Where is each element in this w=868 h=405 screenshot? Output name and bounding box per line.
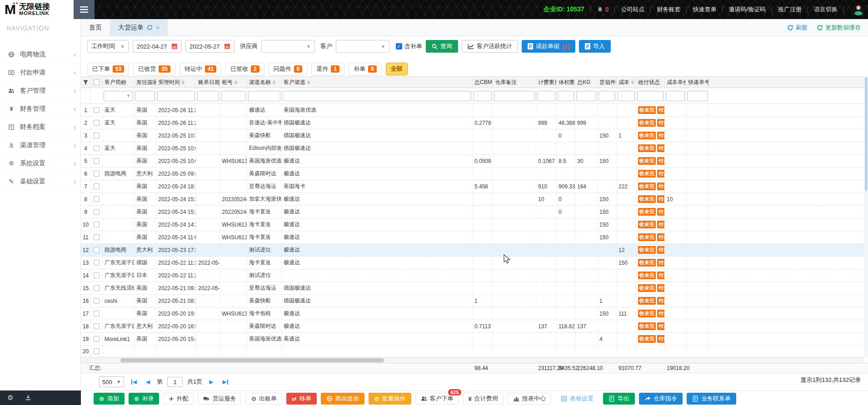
column-header-cbm[interactable]: 总CBM [473,77,493,88]
column-filter-funnel[interactable] [81,77,91,88]
table-row-1[interactable]: 1蓝天美国2022-05-26 11:37:18极速达美国海派优选收未完付未完 [81,104,864,117]
status-filter-补单[interactable]: 补单6 [349,63,382,75]
sidebar-item-2[interactable]: 付款申请 ‹ [0,64,80,82]
page-size-select[interactable]: 500▼ [99,376,124,387]
filter-input-cost_price[interactable] [666,91,685,101]
search-button[interactable]: 查询 [426,40,458,53]
last-page-button[interactable]: ▶ [223,379,229,385]
row-checkbox[interactable] [94,209,100,215]
vertical-scrollbar-thumb[interactable] [865,77,868,191]
column-header-accept_time[interactable]: 受理时间 [156,77,196,88]
select-all-checkbox[interactable] [91,77,103,88]
status-filter-已签收[interactable]: 已签收2 [225,63,264,75]
table-row-17[interactable]: 17美国2022-05-20 19:10:38WHSU613297海卡包税极速达… [81,307,864,320]
tab-close-icon[interactable]: × [156,24,160,31]
column-header-total_kg[interactable]: 总KG [575,77,598,88]
toolbar-button-添加[interactable]: ⊕添加 [94,393,125,405]
nav-quick-query[interactable]: 快速查单 [693,5,716,14]
sidebar-item-3[interactable]: 客户管理 ‹ [0,82,80,100]
toolbar-button-货运服务[interactable]: 货运服务 [198,393,241,405]
include-supplement-checkbox[interactable]: ✓ 含补单 [396,42,422,50]
column-header-cost_price[interactable]: 成本单价 [665,77,686,88]
column-header-cost[interactable]: 成本 [617,77,636,88]
tab-freight-orders[interactable]: 大货运单 × [110,19,168,36]
toolbar-button-客户下单[interactable]: 客户下单625 [415,393,459,405]
row-checkbox[interactable] [94,196,100,202]
column-header-bill_date[interactable]: 账单日期 [196,77,220,88]
toolbar-button-仓库指令[interactable]: 仓库指令 [639,393,683,405]
import-button[interactable]: 导入 [579,40,611,53]
table-row-11[interactable]: 11美国2022-05-24 11:00:14WHSU613297海卡直送极速达… [81,231,864,244]
payment-request-button[interactable]: 请款单据 [1] [522,40,575,53]
row-checkbox[interactable] [94,298,100,304]
date-to-input[interactable]: 2022-05-27 15 [185,40,234,53]
table-row-12[interactable]: 12陈源电商意大利2022-05-23 17:25:48测试进位极速达12收未完… [81,244,864,257]
filter-input-charge_weight[interactable] [537,91,555,101]
toolbar-button-表格设置[interactable]: 表格设置 [555,393,599,405]
table-row-3[interactable]: 3美国2022-05-25 10:30:30美森快船德国极速达01501收未完付… [81,129,864,142]
table-row-8[interactable]: 8美国2022-05-24 15:24:3620220524cesl加拿大海派快… [81,193,864,206]
filter-input-container[interactable] [221,91,246,101]
sidebar-item-7[interactable]: ⚙ 系统设置 ‹ [0,154,80,173]
supplier-select[interactable]: ▼ [261,40,315,53]
toolbar-button-批量操作[interactable]: ⚙批量操作 [369,393,411,405]
nav-promo-register[interactable]: 推广注册 [778,5,802,14]
filter-input-cbm[interactable] [474,91,492,101]
row-checkbox[interactable] [94,323,100,329]
filter-input-country[interactable] [135,91,155,101]
column-header-channel[interactable]: 渠道名称 [247,77,282,88]
row-checkbox[interactable] [94,171,100,177]
table-row-6[interactable]: 6陈源电商意大利2022-05-25 09:40:53美森限时达极速达收未完付未… [81,168,864,180]
toolbar-button-外配[interactable]: ✈外配 [163,393,194,405]
time-type-select[interactable]: 工作时间▼ [87,40,129,53]
toolbar-button-路由追加[interactable]: 路由追加 [321,393,364,405]
row-checkbox[interactable] [94,133,100,138]
filter-input-pay_status[interactable] [637,91,663,101]
toolbar-button-合计费用[interactable]: ¥合计费用 [463,393,504,405]
table-row-7[interactable]: 7美国2022-05-24 18:10:17至尊达海运美国海卡5.4569109… [81,180,864,193]
row-checkbox[interactable] [94,158,100,164]
row-checkbox[interactable] [94,311,100,316]
column-header-tracking_no[interactable]: 快递单号 [686,77,709,88]
next-page-button[interactable]: ▶ [209,379,213,385]
prev-page-button[interactable]: ◀ [146,379,150,385]
tab-refresh-icon[interactable] [147,25,153,30]
filter-input-box_count[interactable] [599,91,615,101]
row-checkbox[interactable] [94,285,100,291]
row-checkbox[interactable] [94,107,100,113]
filter-input-cost[interactable] [618,91,635,101]
horizontal-scrollbar[interactable] [81,357,864,363]
toolbar-button-导出[interactable]: 导出 [603,393,635,405]
row-checkbox[interactable] [94,247,100,253]
row-checkbox[interactable] [94,348,100,354]
filter-input-tracking_no[interactable] [687,91,708,101]
nav-language-switch[interactable]: 语言切换 [814,5,838,14]
row-checkbox[interactable] [94,145,100,151]
sidebar-item-1[interactable]: 电商物流 ‹ [0,45,80,64]
status-filter-退件[interactable]: 退件1 [311,63,344,75]
download-icon[interactable] [25,395,31,401]
date-from-input[interactable]: 2022-04-27 15 [133,40,182,53]
sidebar-item-6[interactable]: ⚓ 渠道管理 ‹ [0,136,80,154]
table-row-14[interactable]: 14广东无崖子国际物日本2022-05-22 11:26:03测试进位收未完付未… [81,269,864,282]
first-page-button[interactable]: ◀ [131,379,137,385]
row-checkbox[interactable] [94,260,100,266]
nav-company-site[interactable]: 公司站点 [621,5,644,14]
table-row-18[interactable]: 18广东无崖子国际物意大利2022-05-20 16:56:48美森限时达极速达… [81,320,864,333]
settings-gear-icon[interactable]: ⚙ [7,394,13,402]
row-checkbox[interactable] [94,120,100,126]
filter-input-volume_weight[interactable] [558,91,574,101]
sidebar-item-8[interactable]: ✎ 基础设置 ‹ [0,173,80,191]
table-row-19[interactable]: 19MoreLink1美国2022-05-20 15:48:51美国海派优选美速… [81,333,864,346]
filter-select-customer[interactable]: ▼ [104,91,133,101]
filter-input-customer_channel[interactable] [283,91,471,101]
user-avatar[interactable] [853,4,864,15]
horizontal-scrollbar-thumb[interactable] [120,358,384,362]
update-cache-button[interactable]: 更新数据缓存 [817,24,861,32]
column-header-box_count[interactable]: 货箱件数 [598,77,617,88]
table-row-4[interactable]: 4蓝天美国2022-05-25 10:09:25Edison内部测试渠德国极速达… [81,142,864,155]
status-filter-转运中[interactable]: 转运中41 [180,63,221,75]
current-page-input[interactable]: 1 [167,377,183,387]
row-checkbox[interactable] [94,222,100,227]
table-row-9[interactable]: 9美国2022-05-24 15:23:3120220524cesl海卡直送极速… [81,206,864,218]
